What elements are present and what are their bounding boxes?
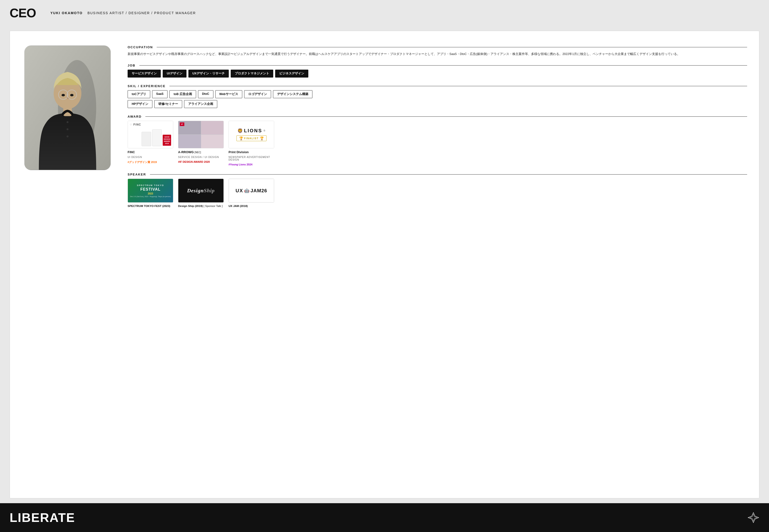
arrowg-tag: #IF DESIGN AWARD 2020 [178, 160, 224, 163]
photo-placeholder [24, 46, 110, 170]
skill-tag-7: デザインシステム構築 [273, 90, 312, 98]
footer-icon [747, 512, 759, 524]
svg-point-10 [67, 128, 68, 130]
skill-line [169, 86, 747, 86]
ceo-title: CEO [10, 6, 36, 20]
skill-tag-5: Webサービス [215, 90, 242, 98]
skill-tag-10: アライアンス企画 [184, 100, 217, 108]
job-tag-3: UXデザイン・リサーチ [188, 70, 229, 78]
speaker-card-designship: DesignShip Design Ship (2019) [ Sponsor … [178, 179, 224, 207]
skill-tag-8: HPデザイン [127, 100, 152, 108]
occupation-text: 新規事業のサービスデザインや既存事業のグロースハックなど、事業設計〜ビジュアルデ… [127, 51, 747, 57]
person-name: YUKI OKAMOTO [50, 11, 83, 15]
job-tag-4: プロダクトマネジメント [231, 70, 273, 78]
lions-type: Newspaper Advertisement Design [229, 156, 274, 161]
speaker-image-uxjam: UX 🤖 JAM26 [229, 179, 274, 203]
content-section: OCCUPATION 新規事業のサービスデザインや既存事業のグロースハックなど、… [127, 45, 747, 484]
lions-tag: #Young Lions 2024 [229, 163, 274, 166]
speaker-grid: SPECTRUM TOKYO FESTIVAL 2023 Dec 2-3 (Sa… [127, 179, 747, 207]
skill-tag-1: toCアプリ [127, 90, 150, 98]
award-line [145, 116, 747, 117]
profile-photo [24, 45, 111, 170]
speaker-card-spectrum: SPECTRUM TOKYO FESTIVAL 2023 Dec 2-3 (Sa… [127, 179, 173, 207]
spectrum-label: SPECTRUM TOKYO FEST (2023) [127, 205, 173, 207]
footer: LIBERATE [0, 503, 769, 532]
job-title: JOB [127, 64, 135, 67]
award-image-finc: ♡ FiNC GOODDESIGNAWARD2019 [127, 121, 173, 148]
award-card-arrowg: iF A-RROWG [NEC] SERVICE DESIGN / UI DES… [178, 121, 224, 166]
designship-label: Design Ship (2019) [ Sponsor Talk ] [178, 205, 224, 207]
award-image-arrowg: iF [178, 121, 224, 148]
skill-tag-9: 研修/セミナー [154, 100, 182, 108]
job-tag-1: サービスデザイン [127, 70, 161, 78]
occupation-title: OCCUPATION [127, 45, 153, 49]
job-header: JOB [127, 64, 747, 67]
skill-tag-6: ロゴデザイン [244, 90, 271, 98]
skill-header: SKIL / EXPERIENCE [127, 84, 747, 88]
finc-tag: #グッドデザイン賞 2019 [127, 160, 173, 164]
skill-tag-4: DtoC [198, 90, 214, 98]
arrowg-name: A-RROWG [NEC] [178, 150, 224, 154]
speaker-line [150, 174, 747, 175]
skill-title: SKIL / EXPERIENCE [127, 84, 165, 88]
award-grid: ♡ FiNC GOODDESIGNAWARD2019 FiNC UI DESIG… [127, 121, 747, 166]
footer-brand: LIBERATE [10, 510, 75, 525]
award-section: AWARD ♡ FiNC [127, 115, 747, 166]
award-header: AWARD [127, 115, 747, 118]
finc-type: UI DESIGN [127, 156, 173, 158]
occupation-header: OCCUPATION [127, 45, 747, 49]
header: CEO YUKI OKAMOTO BUSINESS ARTIST / DESIG… [0, 0, 769, 26]
svg-point-11 [67, 135, 68, 137]
header-info: YUKI OKAMOTO BUSINESS ARTIST / DESIGNER … [50, 11, 196, 15]
occupation-line [157, 47, 747, 47]
award-card-finc: ♡ FiNC GOODDESIGNAWARD2019 FiNC UI DESIG… [127, 121, 173, 166]
uxjam-label: UX JAM (2018) [229, 205, 274, 207]
speaker-card-uxjam: UX 🤖 JAM26 UX JAM (2018) [229, 179, 274, 207]
arrowg-type: SERVICE DESIGN / UI DESIGN [178, 156, 224, 158]
svg-point-9 [67, 121, 68, 123]
skill-tag-2: SaaS [152, 90, 168, 98]
award-card-lions: 🦁 LIONS ® 🏆 FINALIST 🏆 Print Division [229, 121, 274, 166]
speaker-section: SPEAKER SPECTRUM TOKYO FESTIVAL 2023 Dec… [127, 173, 747, 207]
main-card: OCCUPATION 新規事業のサービスデザインや既存事業のグロースハックなど、… [10, 31, 759, 498]
skill-tags-row2: HPデザイン 研修/セミナー アライアンス企画 [127, 100, 747, 108]
speaker-header: SPEAKER [127, 173, 747, 176]
svg-point-7 [61, 94, 65, 96]
svg-point-8 [70, 94, 73, 96]
person-role: BUSINESS ARTIST / DESIGNER / PRODUCT MAN… [87, 11, 196, 15]
skill-tags-row1: toCアプリ SaaS toB 広告企画 DtoC Webサービス ロゴデザイン… [127, 90, 747, 98]
occupation-section: OCCUPATION 新規事業のサービスデザインや既存事業のグロースハックなど、… [127, 45, 747, 57]
lions-name: Print Division [229, 150, 274, 154]
job-tag-2: UIデザイン [163, 70, 186, 78]
job-tags: サービスデザイン UIデザイン UXデザイン・リサーチ プロダクトマネジメント … [127, 70, 747, 78]
skill-tag-3: toB 広告企画 [169, 90, 196, 98]
award-image-lions: 🦁 LIONS ® 🏆 FINALIST 🏆 [229, 121, 274, 148]
speaker-title: SPEAKER [127, 173, 146, 176]
award-title: AWARD [127, 115, 141, 118]
job-line [139, 65, 747, 66]
skill-section: SKIL / EXPERIENCE toCアプリ SaaS toB 広告企画 D… [127, 84, 747, 108]
finc-name: FiNC [127, 150, 173, 154]
speaker-image-designship: DesignShip [178, 179, 224, 203]
job-section: JOB サービスデザイン UIデザイン UXデザイン・リサーチ プロダクトマネジ… [127, 64, 747, 78]
speaker-image-spectrum: SPECTRUM TOKYO FESTIVAL 2023 Dec 2-3 (Sa… [127, 179, 173, 203]
photo-section [22, 45, 113, 484]
job-tag-5: ビジネスデザイン [275, 70, 308, 78]
